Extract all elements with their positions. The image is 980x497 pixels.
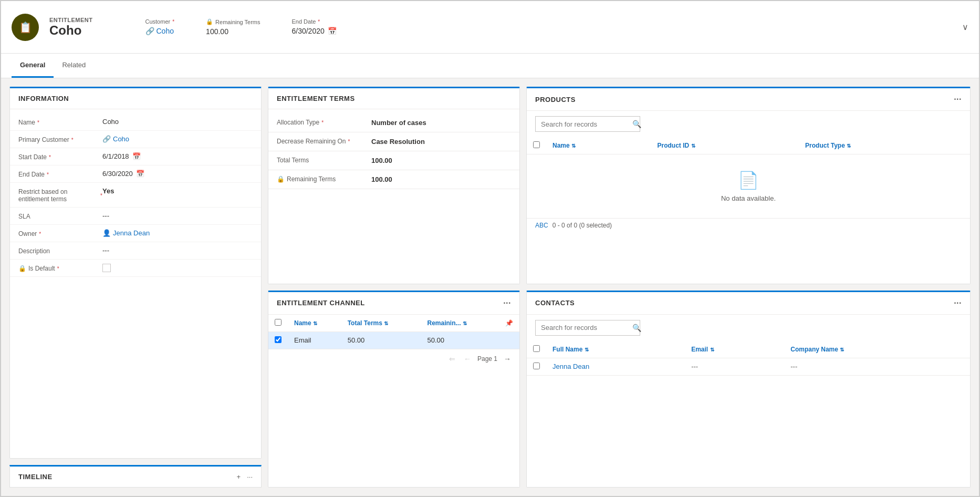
field-end-date-info: End Date * 6/30/2020 📅 xyxy=(10,165,261,183)
contacts-more-menu[interactable]: ··· xyxy=(954,298,962,308)
contacts-fullname-sort-icon: ⇅ xyxy=(585,347,589,353)
contacts-header: CONTACTS ··· xyxy=(527,292,970,315)
field-value-restrict: Yes xyxy=(102,187,253,195)
collapse-button[interactable]: ∨ xyxy=(962,22,968,32)
field-sla: SLA --- xyxy=(10,208,261,225)
contact-row-fullname[interactable]: Jenna Dean xyxy=(546,358,685,375)
primary-customer-link[interactable]: 🔗 Coho xyxy=(102,135,129,143)
owner-icon: 👤 xyxy=(102,229,111,237)
products-panel: PRODUCTS ··· 🔍 xyxy=(526,87,971,284)
contact-name-link[interactable]: Jenna Dean xyxy=(552,363,679,370)
channel-row-checkbox[interactable] xyxy=(275,336,282,343)
terms-value-allocation: Number of cases xyxy=(371,119,511,127)
contact-row-company: --- xyxy=(784,358,970,375)
entitlement-channel-title: ENTITLEMENT CHANNEL xyxy=(277,299,365,307)
contacts-search-wrap[interactable]: 🔍 xyxy=(535,320,640,336)
products-col-name[interactable]: Name ⇅ xyxy=(546,137,651,154)
field-is-default: 🔒 Is Default * xyxy=(10,260,261,277)
entitlement-channel-panel: ENTITLEMENT CHANNEL ··· Name xyxy=(268,291,520,488)
contacts-search-icon: 🔍 xyxy=(632,324,641,332)
channel-row[interactable]: Email 50.00 50.00 xyxy=(268,332,519,349)
products-search-input[interactable] xyxy=(541,120,629,128)
field-label-name: Name * xyxy=(18,118,102,126)
information-title: INFORMATION xyxy=(18,95,69,102)
products-more-menu[interactable]: ··· xyxy=(954,95,962,104)
channel-table-container: Name ⇅ Total Terms ⇅ Remainin... ⇅ xyxy=(268,315,519,368)
channel-row-check[interactable] xyxy=(268,332,288,349)
channel-page-first[interactable]: ⇐ xyxy=(447,354,457,364)
remaining-terms-label: 🔒 Remaining Terms xyxy=(206,18,260,25)
terms-lock-icon: 🔒 xyxy=(277,175,285,183)
channel-page-prev[interactable]: ← xyxy=(462,354,473,364)
contacts-search-input[interactable] xyxy=(541,324,629,332)
entitlement-terms-title: ENTITLEMENT TERMS xyxy=(277,95,355,102)
channel-col-pin-icon: 📌 xyxy=(505,319,513,327)
channel-col-name[interactable]: Name ⇅ xyxy=(288,315,341,332)
channel-col-remaining[interactable]: Remainin... ⇅ xyxy=(421,315,499,332)
contacts-table-head: Full Name ⇅ Email ⇅ Company Name ⇅ xyxy=(527,341,970,358)
channel-select-all[interactable] xyxy=(275,319,282,326)
is-default-lock-icon: 🔒 xyxy=(18,265,26,272)
contacts-col-email[interactable]: Email ⇅ xyxy=(685,341,784,358)
products-header: PRODUCTS ··· xyxy=(527,88,970,111)
products-col-product-type[interactable]: Product Type ⇅ xyxy=(799,137,970,154)
products-abc-link[interactable]: ABC xyxy=(535,222,548,229)
timeline-actions: + ··· xyxy=(237,473,253,481)
field-label-description: Description xyxy=(18,246,102,255)
calendar-icon[interactable]: 📅 xyxy=(328,27,337,35)
channel-check-header[interactable] xyxy=(268,315,288,332)
field-primary-customer: Primary Customer * 🔗 Coho xyxy=(10,131,261,148)
information-panel: INFORMATION Name * Coho Primary Customer xyxy=(9,87,262,459)
contacts-check-header[interactable] xyxy=(527,341,546,358)
channel-pagination: ⇐ ← Page 1 → xyxy=(268,349,519,368)
left-panel: INFORMATION Name * Coho Primary Customer xyxy=(9,87,262,488)
channel-row-remaining: 50.00 xyxy=(421,332,499,349)
tab-general[interactable]: General xyxy=(12,54,54,78)
products-title: PRODUCTS xyxy=(535,96,576,103)
timeline-more-button[interactable]: ··· xyxy=(247,473,253,481)
customer-value[interactable]: 🔗 Coho xyxy=(145,27,175,35)
contacts-col-company[interactable]: Company Name ⇅ xyxy=(784,341,970,358)
channel-remaining-sort-icon: ⇅ xyxy=(463,320,467,326)
field-owner: Owner * 👤 Jenna Dean xyxy=(10,225,261,242)
products-select-all[interactable] xyxy=(533,141,540,148)
channel-more-menu[interactable]: ··· xyxy=(503,298,511,308)
field-start-date: Start Date * 6/1/2018 📅 xyxy=(10,148,261,165)
tab-related[interactable]: Related xyxy=(54,54,94,78)
no-data-icon: 📄 xyxy=(738,170,759,190)
main-content: INFORMATION Name * Coho Primary Customer xyxy=(1,78,979,496)
channel-row-name: Email xyxy=(288,332,341,349)
end-date-calendar-icon[interactable]: 📅 xyxy=(136,170,144,178)
start-date-calendar-icon[interactable]: 📅 xyxy=(132,152,141,160)
contacts-title: CONTACTS xyxy=(535,299,575,307)
channel-page-next[interactable]: → xyxy=(502,354,513,364)
terms-allocation-type: Allocation Type * Number of cases xyxy=(268,113,519,132)
contacts-select-all[interactable] xyxy=(533,345,540,352)
field-label-owner: Owner * xyxy=(18,229,102,237)
timeline-add-button[interactable]: + xyxy=(237,473,241,481)
owner-link[interactable]: 👤 Jenna Dean xyxy=(102,229,150,237)
contacts-header-row: Full Name ⇅ Email ⇅ Company Name ⇅ xyxy=(527,341,970,358)
channel-header-row: Name ⇅ Total Terms ⇅ Remainin... ⇅ xyxy=(268,315,519,332)
customer-link-icon: 🔗 xyxy=(145,27,154,35)
contacts-email-sort-icon: ⇅ xyxy=(710,347,714,353)
terms-label-allocation: Allocation Type * xyxy=(277,119,371,126)
contact-row[interactable]: Jenna Dean --- --- xyxy=(527,358,970,375)
contact-row-check[interactable] xyxy=(527,358,546,375)
field-value-primary-customer: 🔗 Coho xyxy=(102,135,253,143)
contacts-col-fullname[interactable]: Full Name ⇅ xyxy=(546,341,685,358)
end-date-label: End Date * xyxy=(291,18,336,25)
contact-row-email: --- xyxy=(685,358,784,375)
products-col-product-id[interactable]: Product ID ⇅ xyxy=(651,137,799,154)
products-search-bar: 🔍 xyxy=(527,111,970,137)
contacts-table-body: Jenna Dean --- --- xyxy=(527,358,970,375)
products-check-header[interactable] xyxy=(527,137,546,154)
contact-row-checkbox[interactable] xyxy=(533,363,540,369)
channel-col-total[interactable]: Total Terms ⇅ xyxy=(341,315,421,332)
customer-link[interactable]: 🔗 Coho xyxy=(145,27,174,35)
products-search-wrap[interactable]: 🔍 xyxy=(535,116,640,132)
products-no-data: 📄 No data available. xyxy=(527,154,970,218)
is-default-checkbox[interactable] xyxy=(102,264,111,272)
end-date-value: 6/30/2020 📅 xyxy=(291,27,336,35)
field-value-sla: --- xyxy=(102,212,253,220)
